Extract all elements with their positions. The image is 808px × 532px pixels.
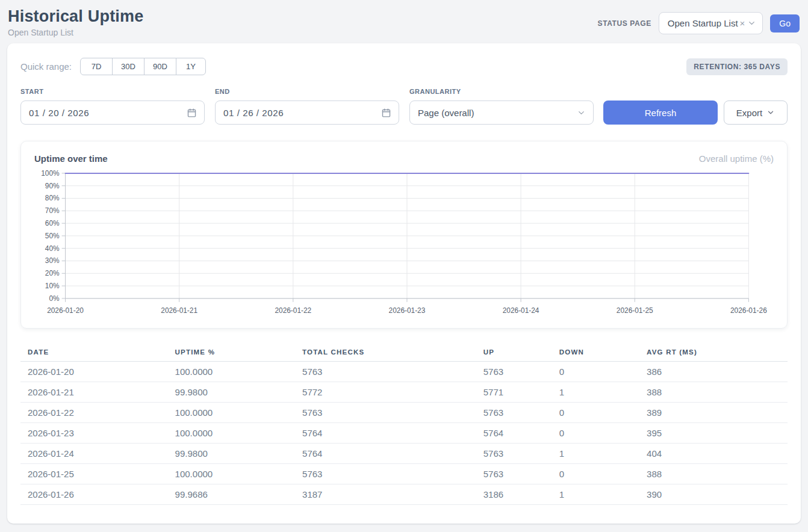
svg-text:90%: 90% <box>45 182 60 190</box>
table-cell: 2026-01-23 <box>20 423 168 444</box>
filters-row: START 01 / 20 / 2026 END 01 / 26 / 2026 … <box>20 88 788 125</box>
go-button[interactable]: Go <box>770 14 800 32</box>
column-header: TOTAL CHECKS <box>295 343 476 362</box>
svg-text:2026-01-25: 2026-01-25 <box>617 306 653 315</box>
retention-badge: RETENTION: 365 DAYS <box>686 58 788 75</box>
granularity-field: GRANULARITY Page (overall) <box>409 88 594 125</box>
start-label: START <box>20 88 205 95</box>
table-row: 2026-01-20100.0000576357630386 <box>20 362 788 382</box>
calendar-icon[interactable] <box>187 108 197 118</box>
svg-text:80%: 80% <box>45 194 60 202</box>
end-date-input[interactable]: 01 / 26 / 2026 <box>215 101 399 125</box>
calendar-icon[interactable] <box>381 108 391 118</box>
table-row: 2026-01-2499.9800576457631404 <box>20 444 788 464</box>
table-cell: 0 <box>552 403 639 423</box>
start-date-value: 01 / 20 / 2026 <box>29 108 89 118</box>
table-cell: 1 <box>552 382 639 403</box>
table-cell: 5763 <box>295 464 476 484</box>
granularity-label: GRANULARITY <box>409 88 594 95</box>
table-cell: 5772 <box>295 382 476 403</box>
table-cell: 3186 <box>476 484 552 505</box>
status-page-select[interactable]: Open Startup List × <box>659 12 763 34</box>
table-cell: 99.9800 <box>168 444 295 464</box>
table-cell: 5764 <box>476 423 552 444</box>
title-block: Historical Uptime Open Startup List <box>8 7 143 37</box>
table-cell: 0 <box>552 423 639 444</box>
table-cell: 389 <box>639 403 788 423</box>
column-header: DOWN <box>552 343 639 362</box>
table-cell: 390 <box>639 484 788 505</box>
table-cell: 386 <box>639 362 788 382</box>
svg-text:2026-01-21: 2026-01-21 <box>161 306 197 315</box>
table-row: 2026-01-2699.9686318731861390 <box>20 484 788 505</box>
header: Historical Uptime Open Startup List STAT… <box>0 0 808 43</box>
end-label: END <box>215 88 399 95</box>
table-cell: 2026-01-25 <box>20 464 168 484</box>
chart-header: Uptime over time Overall uptime (%) <box>34 153 774 164</box>
table-row: 2026-01-23100.0000576457640395 <box>20 423 788 444</box>
table-row: 2026-01-25100.0000576357630388 <box>20 464 788 484</box>
table-cell: 100.0000 <box>168 362 295 382</box>
svg-text:50%: 50% <box>45 232 60 240</box>
quick-range-30d[interactable]: 30D <box>112 58 145 75</box>
table-cell: 99.9800 <box>168 382 295 403</box>
table-cell: 2026-01-20 <box>20 362 168 382</box>
svg-text:30%: 30% <box>45 256 60 265</box>
table-cell: 5763 <box>295 362 476 382</box>
table-cell: 5763 <box>476 403 552 423</box>
table-cell: 5763 <box>295 403 476 423</box>
svg-text:2026-01-20: 2026-01-20 <box>47 306 84 315</box>
refresh-button[interactable]: Refresh <box>603 101 718 125</box>
table-cell: 5764 <box>295 423 476 444</box>
quick-range-row: Quick range: 7D30D90D1Y RETENTION: 365 D… <box>20 58 788 75</box>
table-cell: 100.0000 <box>168 403 295 423</box>
column-header: UPTIME % <box>168 343 295 362</box>
uptime-table: DATEUPTIME %TOTAL CHECKSUPDOWNAVG RT (MS… <box>20 343 788 505</box>
svg-text:2026-01-26: 2026-01-26 <box>730 306 767 315</box>
start-date-field: START 01 / 20 / 2026 <box>20 88 205 125</box>
quick-range-7d[interactable]: 7D <box>80 58 113 75</box>
chart-title: Uptime over time <box>34 153 108 164</box>
topbar-right: STATUS PAGE Open Startup List × Go <box>598 12 800 34</box>
svg-text:2026-01-23: 2026-01-23 <box>389 306 426 315</box>
table-cell: 0 <box>552 464 639 484</box>
status-page-value: Open Startup List <box>668 18 738 28</box>
column-header: AVG RT (MS) <box>639 343 788 362</box>
table-header-row: DATEUPTIME %TOTAL CHECKSUPDOWNAVG RT (MS… <box>20 343 788 362</box>
chart-legend: Overall uptime (%) <box>699 153 774 164</box>
svg-text:2026-01-24: 2026-01-24 <box>503 306 539 315</box>
status-page-label: STATUS PAGE <box>598 19 651 28</box>
table-cell: 100.0000 <box>168 423 295 444</box>
svg-text:70%: 70% <box>45 206 60 215</box>
table-cell: 100.0000 <box>168 464 295 484</box>
end-date-field: END 01 / 26 / 2026 <box>215 88 399 125</box>
svg-text:0%: 0% <box>49 294 60 303</box>
quick-range-90d[interactable]: 90D <box>144 58 176 75</box>
svg-text:60%: 60% <box>45 219 60 227</box>
granularity-select[interactable]: Page (overall) <box>409 101 594 125</box>
table-cell: 99.9686 <box>168 484 295 505</box>
column-header: UP <box>476 343 552 362</box>
chevron-down-icon <box>766 108 775 117</box>
svg-text:100%: 100% <box>41 169 60 178</box>
uptime-line-chart: 0%10%20%30%40%50%60%70%80%90%100%2026-01… <box>34 167 774 323</box>
quick-range-label: Quick range: <box>20 61 72 72</box>
quick-range-1y[interactable]: 1Y <box>176 58 206 75</box>
column-header: DATE <box>20 343 168 362</box>
export-button[interactable]: Export <box>724 101 788 125</box>
table-cell: 2026-01-21 <box>20 382 168 403</box>
table-cell: 5771 <box>476 382 552 403</box>
end-date-value: 01 / 26 / 2026 <box>223 108 284 118</box>
svg-text:2026-01-22: 2026-01-22 <box>275 306 311 315</box>
clear-icon[interactable]: × <box>740 18 745 28</box>
page-title: Historical Uptime <box>8 7 143 26</box>
table-row: 2026-01-2199.9800577257711388 <box>20 382 788 403</box>
table-cell: 5763 <box>476 362 552 382</box>
start-date-input[interactable]: 01 / 20 / 2026 <box>20 101 205 125</box>
chart-card: Uptime over time Overall uptime (%) 0%10… <box>20 141 788 329</box>
table-cell: 0 <box>552 362 639 382</box>
svg-text:10%: 10% <box>45 282 60 290</box>
table-cell: 388 <box>639 382 788 403</box>
table-cell: 2026-01-26 <box>20 484 168 505</box>
svg-text:40%: 40% <box>45 244 60 253</box>
